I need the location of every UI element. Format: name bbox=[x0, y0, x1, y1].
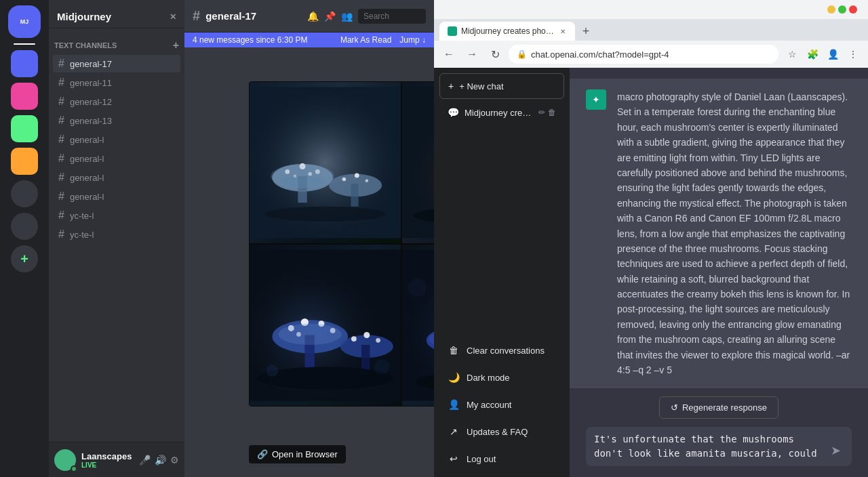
menu-button[interactable]: ⋮ bbox=[844, 45, 863, 64]
channel-label: general-17 bbox=[70, 59, 112, 69]
add-channel-icon[interactable]: + bbox=[173, 39, 179, 51]
clear-conversations-button[interactable]: 🗑 Clear conversations bbox=[439, 337, 564, 363]
notification-bar: 4 new messages since 6:30 PM Mark As Rea… bbox=[184, 33, 434, 47]
tab-bar: Midjourney creates photorealis... ✕ + bbox=[434, 19, 868, 41]
channel-label: general-l bbox=[70, 135, 104, 145]
svg-point-70 bbox=[408, 278, 427, 297]
server-icon-4[interactable] bbox=[11, 148, 38, 175]
hash-icon: # bbox=[58, 209, 64, 222]
server-icon-2[interactable] bbox=[11, 83, 38, 110]
forward-button[interactable]: → bbox=[462, 45, 481, 64]
open-browser-label: Open in Browser bbox=[272, 449, 338, 459]
svg-point-15 bbox=[366, 180, 368, 182]
jump-button[interactable]: Jump ↓ bbox=[399, 35, 426, 45]
send-button[interactable]: ➤ bbox=[828, 440, 844, 461]
server-icon-5[interactable] bbox=[11, 180, 38, 207]
delete-chat-button[interactable]: 🗑 bbox=[548, 108, 556, 117]
bookmark-button[interactable]: ☆ bbox=[783, 45, 802, 64]
channel-item-general13[interactable]: # general-13 bbox=[53, 112, 180, 129]
channel-item-general12[interactable]: # general-12 bbox=[53, 93, 180, 110]
server-icon-6[interactable] bbox=[11, 213, 38, 240]
tab-close-button[interactable]: ✕ bbox=[558, 26, 567, 37]
maximize-button[interactable] bbox=[838, 5, 846, 14]
discord-panel: MJ + Midjourney ✕ Text Channels + # gene… bbox=[0, 0, 434, 477]
thread-button[interactable]: 🔔 bbox=[307, 11, 319, 22]
updates-faq-button[interactable]: ↗ Updates & FAQ bbox=[439, 419, 564, 444]
sidebar-footer: 🗑 Clear conversations 🌙 Dark mode 👤 My a… bbox=[439, 337, 564, 472]
channel-item-general-l2[interactable]: # general-l bbox=[53, 150, 180, 167]
active-tab[interactable]: Midjourney creates photorealis... ✕ bbox=[439, 22, 575, 41]
image-quadrant-3[interactable] bbox=[249, 244, 401, 407]
user-profile-button[interactable]: 👤 bbox=[823, 45, 842, 64]
chat-history-item-midjourney[interactable]: 💬 Midjourney creates pho ✏ 🗑 bbox=[439, 102, 564, 123]
server-name-label: Midjourney bbox=[57, 11, 111, 22]
chat-header: # general-17 🔔 📌 👥 bbox=[184, 0, 434, 33]
edit-chat-button[interactable]: ✏ bbox=[538, 108, 545, 117]
image-quadrant-1[interactable] bbox=[249, 81, 401, 244]
tab-label: Midjourney creates photorealis... bbox=[461, 26, 554, 36]
hash-icon: # bbox=[58, 190, 64, 203]
server-icon-3[interactable] bbox=[11, 115, 38, 142]
chatgpt-sidebar: + + New chat 💬 Midjourney creates pho ✏ … bbox=[434, 68, 570, 477]
svg-point-49 bbox=[376, 338, 380, 343]
notification-text: 4 new messages since 6:30 PM bbox=[193, 35, 307, 45]
history-item-actions: ✏ 🗑 bbox=[538, 108, 556, 117]
svg-point-52 bbox=[374, 359, 389, 374]
username: Laanscapes bbox=[81, 451, 132, 461]
server-icon-1[interactable] bbox=[11, 50, 38, 77]
mark-read-button[interactable]: Mark As Read bbox=[340, 35, 391, 45]
svg-point-17 bbox=[280, 175, 326, 188]
settings-button[interactable]: ⚙ bbox=[170, 455, 179, 465]
channel-item-yc-tel2[interactable]: # yc-te-l bbox=[53, 226, 180, 243]
channel-item-general17[interactable]: # general-17 bbox=[53, 55, 180, 72]
extension-button[interactable]: 🧩 bbox=[803, 45, 822, 64]
channel-label: general-l bbox=[70, 173, 104, 183]
server-icon-add[interactable]: + bbox=[11, 245, 38, 272]
chat-search-input[interactable] bbox=[358, 9, 426, 24]
chatgpt-input-area: ↺ Regenerate response ➤ bbox=[570, 388, 868, 477]
chat-channel-name: general-17 bbox=[205, 10, 256, 22]
logout-label: Log out bbox=[467, 454, 496, 464]
image-quadrant-2[interactable] bbox=[401, 81, 434, 244]
open-in-browser-button[interactable]: 🔗 Open in Browser bbox=[249, 445, 346, 463]
new-tab-button[interactable]: + bbox=[576, 22, 595, 41]
my-account-button[interactable]: 👤 My account bbox=[439, 392, 564, 417]
mute-button[interactable]: 🎤 bbox=[139, 455, 151, 465]
back-button[interactable]: ← bbox=[439, 45, 458, 64]
moon-icon: 🌙 bbox=[448, 371, 460, 383]
address-bar[interactable]: 🔒 chat.openai.com/chat?model=gpt-4 bbox=[509, 45, 778, 64]
channel-item-yc-tel1[interactable]: # yc-te-l bbox=[53, 207, 180, 224]
chat-input-field[interactable] bbox=[594, 432, 823, 461]
image-quadrant-4[interactable] bbox=[401, 244, 434, 407]
channel-label: yc-te-l bbox=[70, 211, 94, 221]
close-button[interactable] bbox=[849, 5, 857, 14]
minimize-button[interactable] bbox=[827, 5, 835, 14]
channel-label: general-l bbox=[70, 154, 104, 164]
dark-mode-button[interactable]: 🌙 Dark mode bbox=[439, 365, 564, 390]
chat-history-label: Midjourney creates pho bbox=[465, 108, 533, 118]
browser-toolbar: ← → ↻ 🔒 chat.openai.com/chat?model=gpt-4… bbox=[434, 41, 868, 68]
deafen-button[interactable]: 🔊 bbox=[155, 455, 166, 465]
address-text: chat.openai.com/chat?model=gpt-4 bbox=[531, 49, 770, 60]
channel-label: general-13 bbox=[70, 116, 112, 126]
channel-item-general11[interactable]: # general-11 bbox=[53, 74, 180, 91]
svg-point-51 bbox=[267, 365, 279, 377]
channel-label: general-11 bbox=[70, 78, 112, 88]
hash-icon: # bbox=[58, 228, 64, 241]
browser-chrome: Midjourney creates photorealis... ✕ + ← … bbox=[434, 0, 868, 68]
server-name-header[interactable]: Midjourney ✕ bbox=[49, 0, 184, 28]
updates-faq-label: Updates & FAQ bbox=[467, 427, 528, 437]
channel-item-general-l4[interactable]: # general-l bbox=[53, 188, 180, 205]
channel-item-general-l1[interactable]: # general-l bbox=[53, 131, 180, 148]
new-chat-button[interactable]: + + New chat bbox=[439, 73, 564, 99]
user-info: Laanscapes LIVE bbox=[81, 451, 132, 469]
members-button[interactable]: 👥 bbox=[341, 11, 353, 22]
channel-item-general-l3[interactable]: # general-l bbox=[53, 169, 180, 186]
pin-button[interactable]: 📌 bbox=[324, 11, 336, 22]
channel-section: Text Channels + bbox=[49, 28, 184, 54]
channel-label: general-12 bbox=[70, 97, 112, 107]
regenerate-button[interactable]: ↺ Regenerate response bbox=[659, 396, 778, 419]
server-icon-midjourney[interactable]: MJ bbox=[8, 5, 41, 38]
logout-button[interactable]: ↩ Log out bbox=[439, 446, 564, 472]
refresh-button[interactable]: ↻ bbox=[486, 45, 505, 64]
